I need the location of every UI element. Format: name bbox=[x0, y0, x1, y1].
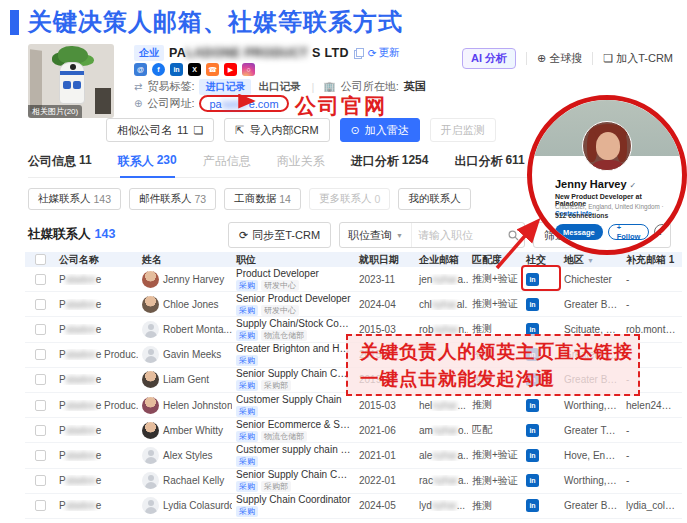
chip-3[interactable]: 工商数据14 bbox=[224, 188, 301, 210]
match-level-cell: 推测 bbox=[468, 499, 522, 513]
linkedin-link[interactable]: in bbox=[526, 449, 539, 462]
row-checkbox-cell bbox=[25, 299, 55, 310]
checkbox[interactable] bbox=[35, 274, 46, 285]
tab-count: 230 bbox=[157, 153, 177, 167]
select-all-checkbox[interactable] bbox=[25, 254, 55, 265]
position-tags: 采购 bbox=[236, 355, 351, 366]
checkbox[interactable] bbox=[35, 475, 46, 486]
facebook-icon[interactable]: f bbox=[152, 63, 165, 76]
position-tags: 采购物流仓储部 bbox=[236, 431, 351, 442]
linkedin-link[interactable]: in bbox=[526, 474, 539, 487]
contact-name[interactable]: Chloe Jones bbox=[163, 299, 219, 310]
avatar bbox=[142, 271, 159, 288]
avatar bbox=[142, 346, 159, 363]
tab-3[interactable]: 产品信息 bbox=[203, 150, 251, 178]
linkedin-link[interactable]: in bbox=[526, 424, 539, 437]
position-search-input[interactable] bbox=[412, 229, 504, 241]
contact-name[interactable]: Lydia Colasurdo bbox=[163, 500, 232, 511]
global-search-button[interactable]: ⊕全球搜 bbox=[537, 51, 582, 66]
crm-icon: ❏ bbox=[603, 52, 613, 65]
search-icon[interactable] bbox=[504, 230, 524, 241]
chip-4[interactable]: 更多联系人0 bbox=[309, 188, 390, 210]
sync-tcrm-button[interactable]: ⟳同步至T-CRM bbox=[228, 222, 331, 248]
company-prefix: P bbox=[59, 425, 66, 436]
company-prefix: P bbox=[59, 324, 66, 335]
filter-icon[interactable]: ▼ bbox=[587, 257, 594, 264]
contact-name[interactable]: Liam Gent bbox=[163, 374, 209, 385]
checkbox[interactable] bbox=[35, 450, 46, 461]
tab-6[interactable]: 出口分析611 bbox=[454, 150, 524, 178]
contact-name[interactable]: Gavin Meeks bbox=[163, 349, 221, 360]
checkbox[interactable] bbox=[35, 374, 46, 385]
start-monitor-button[interactable]: 开启监测 bbox=[430, 118, 496, 142]
tab-4[interactable]: 商业关系 bbox=[277, 150, 325, 178]
tab-count: 611 bbox=[505, 153, 524, 167]
website-icon[interactable]: @ bbox=[134, 63, 147, 76]
checkbox[interactable] bbox=[35, 400, 46, 411]
x-icon[interactable]: X bbox=[188, 63, 201, 76]
checkbox[interactable] bbox=[35, 254, 46, 265]
contact-name[interactable]: Rachael Kelly bbox=[163, 475, 224, 486]
contact-name[interactable]: Jenny Harvey bbox=[163, 274, 224, 285]
linkedin-link[interactable]: in bbox=[526, 298, 539, 311]
chip-1[interactable]: 社媒联系人143 bbox=[28, 188, 121, 210]
contact-name[interactable]: Amber Whitty bbox=[163, 425, 223, 436]
region-cell: Greater Brighton a... bbox=[560, 500, 622, 511]
position-query-dropdown[interactable]: 职位查询▼ bbox=[340, 223, 412, 247]
profile-avatar bbox=[582, 121, 632, 171]
chip-5[interactable]: 我的联系人 bbox=[398, 188, 471, 210]
email-prefix: am bbox=[419, 425, 433, 436]
linkedin-link[interactable]: in bbox=[526, 399, 539, 412]
blurred-company: aladon bbox=[66, 274, 96, 285]
youtube-icon[interactable]: ▶ bbox=[224, 63, 237, 76]
add-tcrm-button[interactable]: ❏加入T-CRM bbox=[603, 51, 673, 66]
add-radar-button[interactable]: ⊙ 加入雷达 bbox=[340, 118, 420, 142]
contact-name[interactable]: Alex Styles bbox=[163, 450, 212, 461]
checkbox[interactable] bbox=[35, 299, 46, 310]
similar-company-button[interactable]: 相似公司名11 ❏ bbox=[106, 118, 214, 142]
linkedin-link[interactable]: in bbox=[526, 499, 539, 512]
role-tag: 采购 bbox=[236, 355, 258, 366]
follow-button[interactable]: + Follow bbox=[608, 224, 650, 240]
copy-icon[interactable] bbox=[354, 48, 363, 58]
message-button[interactable]: Message bbox=[555, 224, 603, 240]
email-prefix: jen bbox=[419, 274, 432, 285]
contact-name[interactable]: Helen Johnstone bbox=[163, 400, 232, 411]
ai-analysis-button[interactable]: AI 分析 bbox=[462, 48, 516, 69]
tab-1[interactable]: 公司信息11 bbox=[28, 150, 92, 178]
phone-icon[interactable]: ☎ bbox=[206, 63, 219, 76]
checkbox[interactable] bbox=[35, 349, 46, 360]
email-prefix: chl bbox=[419, 299, 432, 310]
refresh-button[interactable]: ⟳更新 bbox=[368, 46, 400, 60]
import-crm-button[interactable]: ⇱ 导入内部CRM bbox=[224, 118, 329, 142]
company-photo[interactable]: 相关图片(20) bbox=[28, 44, 114, 118]
company-email-cell: amnyharo... bbox=[415, 425, 468, 436]
match-level-cell: 推测+验证 bbox=[468, 297, 522, 311]
dept-tag: 研发中心 bbox=[261, 280, 299, 291]
company-email-cell: helnyhar... bbox=[415, 400, 468, 411]
company-website-link[interactable]: paladone.com bbox=[199, 95, 288, 112]
checkbox[interactable] bbox=[35, 500, 46, 511]
import-record-tag[interactable]: 进口记录 bbox=[199, 79, 251, 95]
linkedin-icon[interactable]: in bbox=[170, 63, 183, 76]
avatar bbox=[142, 447, 159, 464]
contact-name[interactable]: Robert Monta... bbox=[163, 324, 232, 335]
instagram-icon[interactable]: ○ bbox=[242, 63, 255, 76]
row-checkbox-cell bbox=[25, 349, 55, 360]
company-email-cell: racnyhara... bbox=[415, 475, 468, 486]
position-title: Customer supply chain coordinator bbox=[236, 444, 351, 455]
blurred-company: aladon bbox=[66, 500, 96, 511]
dept-tag: 研发中心 bbox=[261, 305, 299, 316]
position-cell: Greater Brighton and Hove Area采购 bbox=[232, 343, 355, 366]
related-photos-label[interactable]: 相关图片(20) bbox=[28, 105, 82, 118]
tab-2[interactable]: 联系人230 bbox=[118, 150, 177, 178]
company-prefix: P bbox=[59, 374, 66, 385]
company-name-cell: Paladone bbox=[55, 324, 138, 335]
tab-5[interactable]: 进口分析1254 bbox=[351, 150, 429, 178]
chip-2[interactable]: 邮件联系人73 bbox=[129, 188, 216, 210]
position-title: Senior Product Developer bbox=[236, 293, 351, 304]
checkbox[interactable] bbox=[35, 324, 46, 335]
checkbox[interactable] bbox=[35, 425, 46, 436]
company-prefix: P bbox=[59, 299, 66, 310]
row-checkbox-cell bbox=[25, 274, 55, 285]
